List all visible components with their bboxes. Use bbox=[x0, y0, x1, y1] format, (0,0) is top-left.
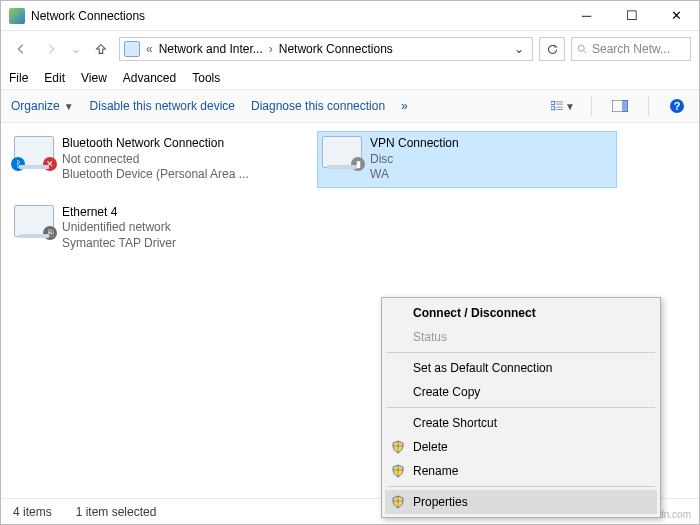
address-row: ⌄ « Network and Inter... › Network Conne… bbox=[1, 31, 699, 67]
search-icon bbox=[576, 43, 588, 55]
search-box[interactable]: Search Netw... bbox=[571, 37, 691, 61]
network-adapter-icon: ✕ ᛒ bbox=[14, 136, 54, 168]
svg-rect-8 bbox=[622, 100, 628, 112]
ctx-create-shortcut[interactable]: Create Shortcut bbox=[385, 411, 657, 435]
svg-point-0 bbox=[578, 45, 584, 51]
selection-count: 1 item selected bbox=[76, 505, 157, 519]
connection-item-bluetooth[interactable]: ✕ ᛒ Bluetooth Network Connection Not con… bbox=[9, 131, 309, 188]
network-adapter-icon: ⎘ bbox=[14, 205, 54, 237]
address-dropdown[interactable]: ⌄ bbox=[510, 42, 528, 56]
connection-item-ethernet[interactable]: ⎘ Ethernet 4 Unidentified network Symant… bbox=[9, 200, 309, 257]
recent-dropdown[interactable]: ⌄ bbox=[69, 37, 83, 61]
content-area: ✕ ᛒ Bluetooth Network Connection Not con… bbox=[1, 123, 699, 500]
organize-button[interactable]: Organize▼ bbox=[11, 99, 74, 113]
ctx-delete[interactable]: Delete bbox=[385, 435, 657, 459]
close-button[interactable]: ✕ bbox=[654, 1, 699, 31]
breadcrumb-level-1[interactable]: Network and Inter... bbox=[159, 42, 263, 56]
menu-file[interactable]: File bbox=[9, 71, 28, 85]
maximize-button[interactable]: ☐ bbox=[609, 1, 654, 31]
ctx-rename[interactable]: Rename bbox=[385, 459, 657, 483]
shield-icon bbox=[391, 464, 405, 478]
svg-rect-2 bbox=[556, 101, 563, 102]
menu-advanced[interactable]: Advanced bbox=[123, 71, 176, 85]
search-placeholder: Search Netw... bbox=[592, 42, 670, 56]
menu-bar: File Edit View Advanced Tools bbox=[1, 67, 699, 89]
view-layout-button[interactable]: ▼ bbox=[551, 94, 575, 118]
window-title: Network Connections bbox=[31, 9, 145, 23]
connection-name: VPN Connection bbox=[370, 136, 459, 152]
bluetooth-badge-icon: ᛒ bbox=[11, 157, 25, 171]
connection-status: Unidentified network bbox=[62, 220, 176, 236]
ethernet-badge-icon: ⎘ bbox=[43, 226, 57, 240]
connection-name: Bluetooth Network Connection bbox=[62, 136, 249, 152]
address-bar[interactable]: « Network and Inter... › Network Connect… bbox=[119, 37, 533, 61]
svg-rect-5 bbox=[556, 107, 563, 108]
preview-pane-button[interactable] bbox=[608, 94, 632, 118]
disconnected-badge-icon: ✕ bbox=[43, 157, 57, 171]
chevron-right-icon: › bbox=[267, 42, 275, 56]
minimize-button[interactable]: ─ bbox=[564, 1, 609, 31]
svg-rect-3 bbox=[556, 104, 563, 105]
refresh-button[interactable] bbox=[539, 37, 565, 61]
item-count: 4 items bbox=[13, 505, 52, 519]
ctx-connect-disconnect[interactable]: Connect / Disconnect bbox=[385, 301, 657, 325]
disable-device-button[interactable]: Disable this network device bbox=[90, 99, 235, 113]
shield-icon bbox=[391, 440, 405, 454]
ctx-status: Status bbox=[385, 325, 657, 349]
help-button[interactable]: ? bbox=[665, 94, 689, 118]
network-adapter-icon: ▮ bbox=[322, 136, 362, 168]
svg-text:?: ? bbox=[674, 100, 681, 112]
chevron-down-icon: ▼ bbox=[64, 101, 74, 112]
connection-device: Symantec TAP Driver bbox=[62, 236, 176, 252]
forward-button[interactable] bbox=[39, 37, 63, 61]
menu-edit[interactable]: Edit bbox=[44, 71, 65, 85]
shield-icon bbox=[391, 495, 405, 509]
connection-item-vpn[interactable]: ▮ VPN Connection Disc WA bbox=[317, 131, 617, 188]
svg-rect-1 bbox=[551, 101, 555, 104]
svg-rect-4 bbox=[551, 107, 555, 110]
ctx-set-default[interactable]: Set as Default Connection bbox=[385, 356, 657, 380]
ctx-create-copy[interactable]: Create Copy bbox=[385, 380, 657, 404]
context-menu: Connect / Disconnect Status Set as Defau… bbox=[381, 297, 661, 518]
connection-status: Disc bbox=[370, 152, 459, 168]
back-button[interactable] bbox=[9, 37, 33, 61]
title-bar: Network Connections ─ ☐ ✕ bbox=[1, 1, 699, 31]
command-bar: Organize▼ Disable this network device Di… bbox=[1, 89, 699, 123]
more-commands-button[interactable]: » bbox=[401, 99, 408, 113]
up-button[interactable] bbox=[89, 37, 113, 61]
breadcrumb-level-2[interactable]: Network Connections bbox=[279, 42, 393, 56]
ctx-properties[interactable]: Properties bbox=[385, 490, 657, 514]
diagnose-button[interactable]: Diagnose this connection bbox=[251, 99, 385, 113]
svg-rect-6 bbox=[556, 109, 563, 110]
menu-tools[interactable]: Tools bbox=[192, 71, 220, 85]
breadcrumb-prefix: « bbox=[144, 42, 155, 56]
app-icon bbox=[9, 8, 25, 24]
vpn-badge-icon: ▮ bbox=[351, 157, 365, 171]
location-icon bbox=[124, 41, 140, 57]
menu-view[interactable]: View bbox=[81, 71, 107, 85]
connection-status: Not connected bbox=[62, 152, 249, 168]
connection-device: WA bbox=[370, 167, 459, 183]
connection-name: Ethernet 4 bbox=[62, 205, 176, 221]
connection-device: Bluetooth Device (Personal Area ... bbox=[62, 167, 249, 183]
